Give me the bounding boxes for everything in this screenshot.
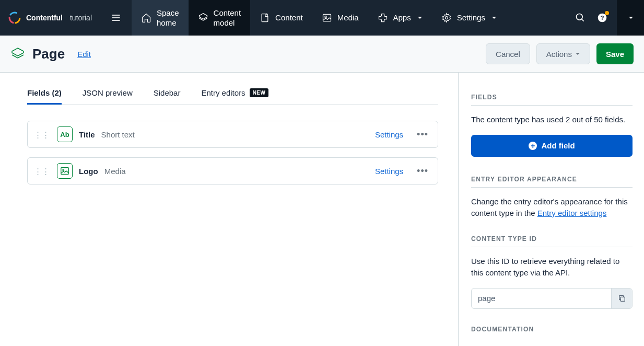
chevron-down-icon bbox=[491, 15, 497, 20]
contentful-logo-icon bbox=[8, 11, 21, 24]
field-settings-link[interactable]: Settings bbox=[375, 130, 403, 139]
section-title: CONTENT TYPE ID bbox=[471, 235, 633, 247]
nav-content[interactable]: Content bbox=[250, 0, 312, 36]
content-type-icon bbox=[10, 47, 25, 61]
top-navigation: Contentful tutorial Space home Content m… bbox=[0, 0, 644, 36]
field-row: ⋮⋮ Ab Title Short text Settings ••• bbox=[27, 121, 438, 148]
nav-label: Content bbox=[275, 13, 303, 23]
edit-link[interactable]: Edit bbox=[77, 50, 91, 59]
main-nav: Space home Content model Content Media A… bbox=[132, 0, 506, 36]
page-header: Page Edit Cancel Actions Save bbox=[0, 36, 644, 73]
actions-button[interactable]: Actions bbox=[536, 43, 590, 64]
svg-point-2 bbox=[8, 11, 21, 24]
search-button[interactable] bbox=[575, 13, 586, 23]
tab-label: Entry editors bbox=[201, 88, 245, 97]
field-type: Short text bbox=[101, 130, 135, 139]
drag-handle-icon[interactable]: ⋮⋮ bbox=[33, 131, 51, 139]
chevron-down-icon bbox=[575, 51, 580, 56]
field-name: Title bbox=[79, 130, 95, 139]
tabs: Fields (2) JSON preview Sidebar Entry ed… bbox=[27, 88, 438, 105]
add-field-label: Add field bbox=[541, 141, 575, 150]
svg-point-7 bbox=[324, 16, 326, 18]
main-area: Fields (2) JSON preview Sidebar Entry ed… bbox=[0, 73, 644, 346]
entry-editor-settings-link[interactable]: Entry editor settings bbox=[537, 209, 607, 217]
appearance-text: Change the entry editor's appearance for… bbox=[471, 196, 633, 219]
field-settings-link[interactable]: Settings bbox=[375, 167, 403, 176]
nav-media[interactable]: Media bbox=[312, 0, 368, 36]
nav-label: Media bbox=[337, 13, 359, 23]
content-model-icon bbox=[198, 13, 208, 23]
media-icon bbox=[322, 13, 332, 23]
space-name: tutorial bbox=[70, 14, 92, 22]
section-title: DOCUMENTATION bbox=[471, 326, 633, 337]
field-row: ⋮⋮ Logo Media Settings ••• bbox=[27, 157, 438, 184]
tab-label: JSON preview bbox=[83, 88, 133, 97]
nav-settings[interactable]: Settings bbox=[432, 0, 506, 36]
right-sidebar: FIELDS The content type has used 2 out o… bbox=[458, 73, 644, 346]
save-button[interactable]: Save bbox=[596, 43, 634, 64]
gear-icon bbox=[441, 13, 452, 23]
tab-entry-editors[interactable]: Entry editors NEW bbox=[201, 88, 268, 105]
sidebar-fields-section: FIELDS The content type has used 2 out o… bbox=[471, 94, 633, 157]
sidebar-id-section: CONTENT TYPE ID Use this ID to retrieve … bbox=[471, 235, 633, 309]
notification-dot-icon bbox=[605, 11, 609, 15]
copy-icon bbox=[618, 294, 626, 303]
content-column: Fields (2) JSON preview Sidebar Entry ed… bbox=[0, 73, 458, 346]
field-name: Logo bbox=[79, 167, 98, 176]
user-menu[interactable] bbox=[617, 0, 644, 36]
content-type-id-value: page bbox=[472, 289, 611, 308]
topbar-right: ? bbox=[566, 0, 617, 36]
page-header-left: Page Edit bbox=[10, 46, 91, 62]
section-title: FIELDS bbox=[471, 94, 633, 106]
nav-content-model[interactable]: Content model bbox=[189, 0, 251, 36]
logo-section: Contentful tutorial bbox=[0, 0, 100, 36]
drag-handle-icon[interactable]: ⋮⋮ bbox=[33, 167, 51, 175]
nav-label: Settings bbox=[457, 13, 485, 23]
text-field-icon: Ab bbox=[57, 126, 73, 142]
new-badge: NEW bbox=[250, 88, 269, 97]
svg-point-9 bbox=[577, 14, 583, 20]
page-title: Page bbox=[32, 46, 65, 62]
sidebar-toggle[interactable] bbox=[100, 0, 132, 36]
add-field-button[interactable]: + Add field bbox=[471, 135, 633, 157]
field-more-button[interactable]: ••• bbox=[415, 129, 430, 140]
nav-label: Apps bbox=[393, 13, 411, 23]
tab-label: Sidebar bbox=[154, 88, 181, 97]
cancel-button[interactable]: Cancel bbox=[486, 43, 530, 64]
brand-name: Contentful bbox=[26, 14, 63, 22]
svg-point-8 bbox=[445, 17, 448, 19]
hamburger-icon bbox=[111, 13, 121, 23]
nav-apps[interactable]: Apps bbox=[368, 0, 432, 36]
nav-space-home[interactable]: Space home bbox=[132, 0, 189, 36]
plus-circle-icon: + bbox=[529, 142, 537, 150]
sidebar-appearance-section: ENTRY EDITOR APPEARANCE Change the entry… bbox=[471, 176, 633, 219]
media-field-icon bbox=[57, 163, 73, 179]
content-type-id-box: page bbox=[471, 288, 633, 309]
svg-line-10 bbox=[582, 19, 584, 21]
svg-rect-13 bbox=[61, 168, 68, 175]
chevron-down-icon bbox=[628, 15, 634, 20]
svg-rect-15 bbox=[620, 297, 625, 301]
page-header-actions: Cancel Actions Save bbox=[486, 43, 634, 64]
tab-json-preview[interactable]: JSON preview bbox=[83, 88, 133, 105]
home-icon bbox=[141, 13, 151, 23]
field-more-button[interactable]: ••• bbox=[415, 166, 430, 177]
help-button[interactable]: ? bbox=[597, 13, 607, 23]
section-title: ENTRY EDITOR APPEARANCE bbox=[471, 176, 633, 188]
copy-id-button[interactable] bbox=[611, 289, 632, 308]
svg-text:?: ? bbox=[600, 14, 604, 21]
actions-label: Actions bbox=[546, 50, 572, 59]
fields-count-text: The content type has used 2 out of 50 fi… bbox=[471, 114, 633, 125]
tab-label: Fields (2) bbox=[27, 88, 62, 97]
nav-label: Space home bbox=[157, 8, 179, 28]
tab-sidebar[interactable]: Sidebar bbox=[154, 88, 181, 105]
tab-fields[interactable]: Fields (2) bbox=[27, 88, 62, 105]
nav-label: Content model bbox=[214, 8, 241, 28]
apps-icon bbox=[378, 13, 388, 23]
field-type: Media bbox=[104, 167, 126, 176]
chevron-down-icon bbox=[417, 15, 423, 20]
search-icon bbox=[575, 13, 586, 23]
id-description: Use this ID to retrieve everything relat… bbox=[471, 256, 633, 279]
svg-rect-6 bbox=[323, 14, 331, 21]
svg-point-14 bbox=[63, 169, 64, 171]
